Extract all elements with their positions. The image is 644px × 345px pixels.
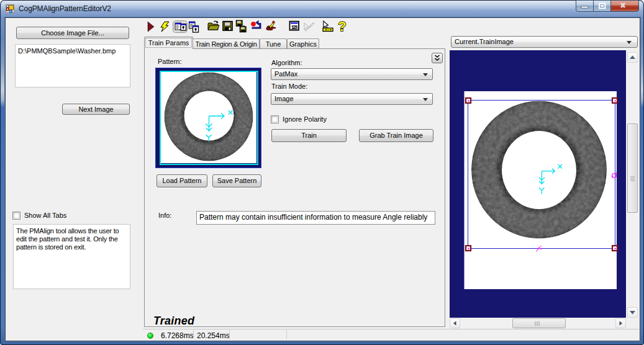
svg-text:123: 123 bbox=[291, 24, 298, 30]
svg-text:?: ? bbox=[338, 19, 346, 34]
